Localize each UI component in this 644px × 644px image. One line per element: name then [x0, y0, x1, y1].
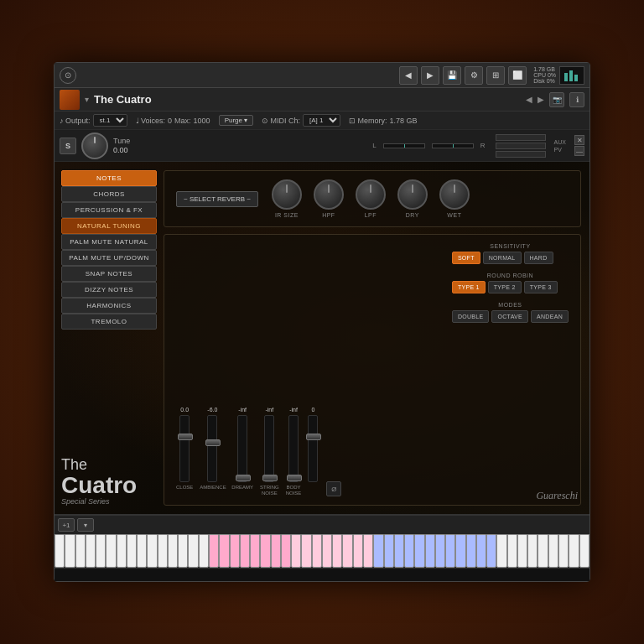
knob-wet[interactable]	[439, 179, 470, 210]
white-key-14[interactable]	[199, 534, 209, 568]
white-key-38[interactable]	[445, 534, 455, 568]
purge-button[interactable]: Purge ▾	[219, 115, 253, 126]
midi-select[interactable]: [A] 1	[303, 114, 340, 127]
s-button[interactable]: S	[60, 138, 76, 154]
white-key-8[interactable]	[137, 534, 147, 568]
white-key-19[interactable]	[250, 534, 260, 568]
reverb-select-button[interactable]: ~ SELECT REVERB ~	[176, 191, 258, 207]
white-key-3[interactable]	[86, 534, 96, 568]
white-key-4[interactable]	[96, 534, 106, 568]
white-key-23[interactable]	[291, 534, 301, 568]
white-key-35[interactable]	[414, 534, 424, 568]
sidebar-btn-7[interactable]: DIZZY NOTES	[61, 282, 157, 298]
white-key-20[interactable]	[260, 534, 270, 568]
white-key-44[interactable]	[507, 534, 517, 568]
knob-lpf[interactable]	[356, 179, 386, 210]
white-key-6[interactable]	[117, 534, 127, 568]
knob-hpf[interactable]	[314, 179, 344, 210]
white-key-16[interactable]	[219, 534, 229, 568]
fader-track-5[interactable]	[308, 415, 318, 482]
layout-button[interactable]: ⊞	[486, 66, 505, 85]
white-key-41[interactable]	[476, 534, 486, 568]
settings-button[interactable]: ⚙	[465, 66, 483, 85]
white-key-11[interactable]	[168, 534, 178, 568]
inst-nav-next[interactable]: ▶	[538, 95, 544, 104]
white-key-48[interactable]	[548, 534, 558, 568]
round-robin-btns-btn-1[interactable]: TYPE 2	[488, 281, 522, 293]
sensitivity-btns-btn-1[interactable]: NORMAL	[483, 252, 522, 264]
sidebar-btn-3[interactable]: NATURAL TUNING	[61, 218, 157, 234]
white-key-39[interactable]	[455, 534, 465, 568]
sidebar-btn-8[interactable]: HARMONICS	[61, 298, 157, 314]
white-key-36[interactable]	[425, 534, 435, 568]
phase-button[interactable]: Ø	[326, 481, 341, 496]
fader-track-4[interactable]	[288, 415, 299, 482]
modes-btns-btn-1[interactable]: OCTAVE	[491, 310, 528, 323]
white-key-40[interactable]	[466, 534, 476, 568]
extra-button[interactable]: ⬜	[508, 66, 527, 85]
white-key-15[interactable]	[209, 534, 219, 568]
white-key-37[interactable]	[435, 534, 445, 568]
white-key-43[interactable]	[496, 534, 506, 568]
white-key-31[interactable]	[373, 534, 383, 568]
white-key-51[interactable]	[579, 534, 589, 568]
white-key-34[interactable]	[404, 534, 414, 568]
octave-down-button[interactable]: ▾	[77, 518, 94, 532]
white-key-13[interactable]	[188, 534, 198, 568]
camera-button[interactable]: 📷	[549, 92, 564, 107]
tune-knob[interactable]	[81, 132, 108, 159]
white-key-1[interactable]	[65, 534, 75, 568]
round-robin-btns-btn-2[interactable]: TYPE 3	[524, 281, 558, 293]
knob-dry[interactable]	[397, 179, 428, 210]
fader-track-3[interactable]	[264, 415, 274, 482]
modes-btns-btn-2[interactable]: ANDEAN	[531, 310, 569, 323]
info-button[interactable]: ℹ	[569, 92, 584, 107]
sidebar-btn-4[interactable]: PALM MUTE NATURAL	[61, 234, 157, 250]
white-key-47[interactable]	[538, 534, 548, 568]
prev-button[interactable]: ◀	[399, 66, 418, 85]
next-button[interactable]: ▶	[421, 66, 439, 85]
white-key-45[interactable]	[517, 534, 527, 568]
output-select[interactable]: st.1	[93, 114, 127, 127]
sidebar-btn-0[interactable]: NOTES	[61, 170, 157, 186]
knob-ir size[interactable]	[272, 179, 302, 210]
save-button[interactable]: 💾	[443, 66, 461, 85]
white-key-29[interactable]	[353, 534, 363, 568]
octave-up-button[interactable]: +1	[58, 518, 75, 532]
sidebar-btn-6[interactable]: SNAP NOTES	[61, 266, 157, 282]
white-key-12[interactable]	[178, 534, 188, 568]
white-key-9[interactable]	[147, 534, 157, 568]
white-key-22[interactable]	[281, 534, 291, 568]
white-key-26[interactable]	[322, 534, 332, 568]
fader-track-0[interactable]	[179, 415, 190, 482]
white-key-5[interactable]	[106, 534, 116, 568]
white-key-2[interactable]	[75, 534, 86, 568]
modes-btns-btn-0[interactable]: DOUBLE	[452, 310, 490, 323]
white-key-18[interactable]	[240, 534, 250, 568]
sidebar-btn-9[interactable]: TREMOLO	[61, 314, 157, 330]
white-key-49[interactable]	[558, 534, 569, 568]
white-key-7[interactable]	[127, 534, 137, 568]
white-key-50[interactable]	[569, 534, 579, 568]
minus-button[interactable]: —	[574, 146, 584, 156]
white-key-30[interactable]	[363, 534, 373, 568]
white-key-32[interactable]	[384, 534, 394, 568]
sensitivity-btns-btn-0[interactable]: SOFT	[452, 252, 480, 264]
white-key-24[interactable]	[301, 534, 311, 568]
fader-track-2[interactable]	[237, 415, 247, 482]
white-key-28[interactable]	[342, 534, 352, 568]
white-key-21[interactable]	[271, 534, 281, 568]
instrument-arrow[interactable]: ▾	[85, 95, 89, 104]
white-key-46[interactable]	[527, 534, 538, 568]
sidebar-btn-1[interactable]: CHORDS	[61, 186, 157, 202]
sensitivity-btns-btn-2[interactable]: HARD	[524, 252, 553, 264]
sidebar-btn-5[interactable]: PALM MUTE UP/DOWN	[61, 250, 157, 266]
white-key-27[interactable]	[332, 534, 342, 568]
white-key-17[interactable]	[230, 534, 240, 568]
round-robin-btns-btn-0[interactable]: TYPE 1	[452, 281, 486, 293]
white-key-33[interactable]	[394, 534, 404, 568]
white-key-25[interactable]	[312, 534, 322, 568]
fader-track-1[interactable]	[207, 415, 217, 482]
white-key-10[interactable]	[158, 534, 168, 568]
close-button[interactable]: ✕	[574, 135, 584, 145]
